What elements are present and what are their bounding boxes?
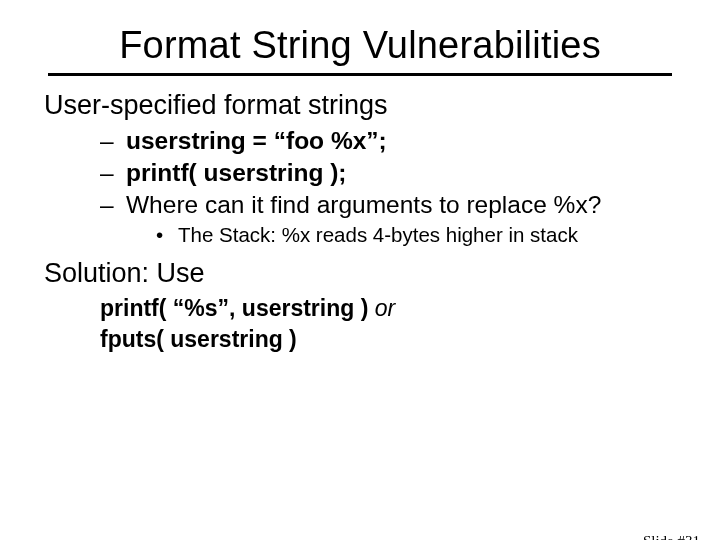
sub-bullet-text: The Stack: %x reads 4-bytes higher in st… (178, 221, 578, 249)
bullet-text: userstring = “foo %x”; (126, 125, 387, 157)
dash-icon: – (100, 157, 118, 189)
bullet-item: – printf( userstring ); (100, 157, 676, 189)
sub-bullet-list: • The Stack: %x reads 4-bytes higher in … (156, 221, 676, 249)
bullet-icon: • (156, 221, 170, 249)
code-or: or (375, 295, 395, 321)
slide-title: Format String Vulnerabilities (40, 24, 680, 67)
code-text: printf( “%s”, userstring ) (100, 295, 375, 321)
code-block: printf( “%s”, userstring ) or fputs( use… (100, 293, 676, 355)
slide-number: Slide #31 (643, 533, 700, 540)
slide: Format String Vulnerabilities User-speci… (0, 24, 720, 540)
code-line: printf( “%s”, userstring ) or (100, 293, 676, 324)
bullet-text: Where can it find arguments to replace %… (126, 189, 601, 221)
title-divider (48, 73, 672, 76)
dash-icon: – (100, 125, 118, 157)
slide-body: User-specified format strings – userstri… (44, 90, 676, 355)
section-heading-2: Solution: Use (44, 258, 676, 289)
code-line: fputs( userstring ) (100, 324, 676, 355)
bullet-item: – Where can it find arguments to replace… (100, 189, 676, 221)
dash-icon: – (100, 189, 118, 221)
bullet-list-1: – userstring = “foo %x”; – printf( users… (100, 125, 676, 221)
bullet-item: – userstring = “foo %x”; (100, 125, 676, 157)
section-heading-1: User-specified format strings (44, 90, 676, 121)
sub-bullet-item: • The Stack: %x reads 4-bytes higher in … (156, 221, 676, 249)
bullet-text: printf( userstring ); (126, 157, 347, 189)
